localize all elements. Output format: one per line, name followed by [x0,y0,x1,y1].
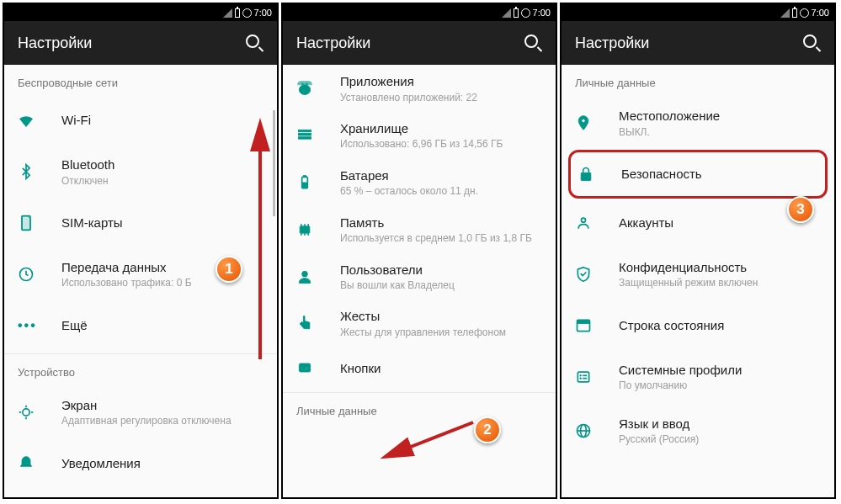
settings-item-profiles[interactable]: Системные профилиПо умолчанию [562,350,834,404]
signal-icon [780,8,790,18]
item-subtitle: Используется в среднем 1,0 ГБ из 1,8 ГБ [340,232,542,244]
svg-point-8 [302,83,304,85]
section-header: Беспроводные сети [4,65,277,96]
app-bar: Настройки [283,21,556,65]
appbar-title: Настройки [296,34,370,52]
gesture-icon [296,315,340,332]
statusbar-icon [575,317,619,334]
more-icon: ••• [18,318,61,333]
data-icon [18,266,61,283]
app-bar: Настройки [562,21,834,65]
item-title: Уведомления [61,455,263,472]
settings-item-more[interactable]: •••Ещё [4,301,277,350]
item-title: Местоположение [619,108,821,125]
item-subtitle: 65 % – осталось около 11 дн. [340,185,542,197]
svg-point-7 [299,85,310,95]
step-badge-3: 3 [787,196,814,223]
item-title: Безопасность [621,166,818,183]
storage-icon [296,127,340,144]
lock-icon [578,166,621,183]
svg-rect-16 [300,225,310,232]
svg-rect-12 [299,136,311,139]
item-title: SIM-карты [61,215,263,231]
memory-icon [296,221,340,238]
wifi-icon [18,112,61,129]
item-title: Батарея [340,167,542,184]
settings-item-sim[interactable]: SIM-карты [4,199,277,247]
search-icon[interactable] [524,34,542,52]
users-icon [296,268,340,285]
status-circle-icon [800,8,809,18]
section-header: Устройство [4,354,277,385]
item-title: Память [340,215,542,231]
appbar-title: Настройки [18,34,92,52]
arrow-down-left [387,414,480,464]
item-title: Жесты [340,308,542,325]
item-subtitle: Использовано: 6,96 ГБ из 14,56 ГБ [340,138,542,150]
status-bar: 7:00 [4,4,277,21]
item-subtitle: Отключен [61,175,263,187]
status-circle-icon [242,8,252,18]
svg-point-23 [302,271,308,277]
settings-item-wifi[interactable]: Wi-Fi [4,96,277,145]
settings-list[interactable]: Личные данныеМестоположениеВЫКЛ.Безопасн… [562,65,834,497]
battery-icon [514,8,519,18]
svg-rect-31 [578,372,588,382]
svg-point-2 [23,409,29,416]
settings-item-memory[interactable]: ПамятьИспользуется в среднем 1,0 ГБ из 1… [283,206,556,253]
battery-icon [296,174,340,191]
svg-line-40 [396,422,473,453]
lang-icon [575,422,619,439]
svg-rect-30 [578,320,590,323]
settings-item-location[interactable]: МестоположениеВЫКЛ. [562,96,834,150]
search-icon[interactable] [802,34,821,52]
item-title: Кнопки [340,360,542,377]
location-icon [575,114,619,131]
status-bar: 7:00 [283,4,556,21]
svg-point-28 [582,218,586,222]
settings-item-statusbar[interactable]: Строка состояния [562,301,834,350]
item-title: Экран [61,397,263,414]
settings-item-gesture[interactable]: ЖестыЖесты для управления телефоном [283,300,556,347]
status-bar: 7:00 [562,4,834,21]
settings-item-shield[interactable]: КонфиденциальностьЗащищенный режим включ… [562,247,834,301]
settings-list[interactable]: Беспроводные сетиWi-FiBluetoothОтключенS… [4,65,277,497]
battery-icon [235,8,240,18]
settings-item-bluetooth[interactable]: BluetoothОтключен [4,145,277,199]
bluetooth-icon [18,163,61,180]
shield-icon [575,266,619,283]
svg-rect-10 [299,130,311,132]
settings-item-battery[interactable]: Батарея65 % – осталось около 11 дн. [283,159,556,206]
status-circle-icon [521,8,530,18]
search-icon[interactable] [245,34,263,52]
svg-point-33 [580,378,582,379]
settings-item-lock[interactable]: Безопасность [568,150,828,199]
appbar-title: Настройки [575,34,649,52]
item-title: Язык и ввод [619,416,821,432]
item-title: Хранилище [340,120,542,137]
item-subtitle: Адаптивная регулировка отключена [61,415,263,427]
settings-item-bell[interactable]: Уведомления [4,439,277,488]
battery-icon [792,8,797,18]
settings-item-apps[interactable]: ПриложенияУстановлено приложений: 22 [283,65,556,112]
item-title: Wi-Fi [61,112,263,129]
item-title: Системные профили [619,362,821,379]
settings-item-storage[interactable]: ХранилищеИспользовано: 6,96 ГБ из 14,56 … [283,112,556,159]
signal-icon [502,8,511,18]
svg-rect-27 [581,172,591,180]
step-badge-1: 1 [216,256,242,283]
settings-item-lang[interactable]: Язык и вводРусский (Россия) [562,404,834,458]
settings-item-users[interactable]: ПользователиВы вошли как Владелец [283,253,556,300]
clock: 7:00 [812,8,829,18]
display-icon [18,404,61,421]
settings-item-keys[interactable]: FnКнопки [283,347,556,389]
settings-item-display[interactable]: ЭкранАдаптивная регулировка отключена [4,385,277,439]
item-title: Приложения [340,73,542,90]
bell-icon [18,455,61,472]
app-bar: Настройки [4,21,277,65]
svg-point-9 [306,83,308,85]
item-subtitle: ВЫКЛ. [619,126,821,138]
svg-rect-11 [299,133,311,135]
step-badge-2: 2 [474,416,501,443]
item-subtitle: Установлено приложений: 22 [340,92,542,103]
